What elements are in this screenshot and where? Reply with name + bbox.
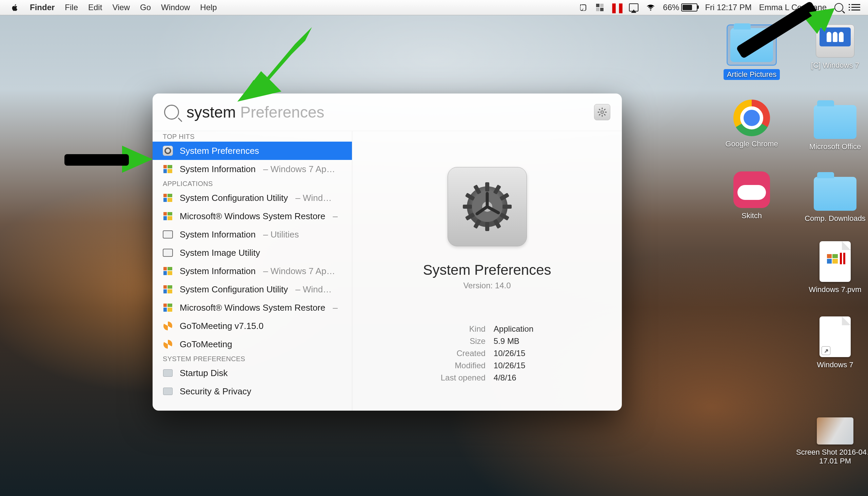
result-label: System Preferences bbox=[180, 146, 259, 156]
result-label: Microsoft® Windows System Restore bbox=[180, 303, 325, 313]
svg-rect-15 bbox=[485, 222, 489, 231]
preview-meta-value: 5.9 MB bbox=[494, 337, 533, 346]
preview-app-version: Version: 14.0 bbox=[463, 281, 511, 290]
result-label: System Configuration Utility bbox=[180, 284, 288, 295]
active-app-name[interactable]: Finder bbox=[30, 3, 55, 12]
svg-rect-14 bbox=[485, 182, 489, 191]
spotlight-result-row[interactable]: System Information – Windows 7 Ap… bbox=[153, 262, 352, 280]
spotlight-result-row[interactable]: System Image Utility bbox=[153, 244, 352, 262]
svg-rect-6 bbox=[605, 112, 607, 112]
desktop-app-chrome[interactable]: Google Chrome bbox=[716, 99, 787, 149]
desktop-app-skitch[interactable]: Skitch bbox=[716, 171, 787, 220]
preview-meta-key: Created bbox=[441, 348, 485, 358]
menu-window[interactable]: Window bbox=[161, 3, 190, 12]
spotlight-section-header: SYSTEM PREFERENCES bbox=[153, 353, 352, 364]
preview-app-title: System Preferences bbox=[423, 262, 551, 278]
svg-rect-3 bbox=[602, 108, 602, 109]
spotlight-result-row[interactable]: Security & Privacy bbox=[153, 382, 352, 401]
result-source: – Wind… bbox=[295, 193, 332, 203]
result-label: GoToMeeting v7.15.0 bbox=[180, 321, 264, 331]
desktop-folder-comp-downloads[interactable]: Comp. Downloads bbox=[799, 177, 868, 223]
desktop-file-windows7-pvm[interactable]: Windows 7.pvm bbox=[799, 241, 868, 294]
spotlight-result-row[interactable]: Microsoft® Windows System Restore – bbox=[153, 207, 352, 225]
svg-point-0 bbox=[650, 9, 651, 11]
parallels-pause-icon[interactable]: ❚❚ bbox=[612, 3, 622, 12]
svg-rect-10 bbox=[604, 114, 605, 115]
desktop-icon-label: Microsoft Office bbox=[809, 142, 861, 151]
svg-point-2 bbox=[601, 111, 603, 113]
result-source: – Windows 7 Ap… bbox=[263, 164, 335, 174]
result-source: – Wind… bbox=[295, 284, 332, 295]
result-label: System Information bbox=[180, 164, 256, 174]
search-icon bbox=[164, 105, 179, 120]
airplay-icon[interactable] bbox=[629, 3, 639, 12]
desktop-icon-label: Windows 7 bbox=[817, 360, 853, 369]
annotation-arrow-to-search bbox=[227, 20, 315, 110]
spotlight-result-row[interactable]: GoToMeeting v7.15.0 bbox=[153, 317, 352, 335]
svg-rect-9 bbox=[599, 109, 600, 110]
svg-rect-16 bbox=[463, 205, 472, 209]
result-source: – Utilities bbox=[263, 229, 299, 240]
spotlight-section-header: APPLICATIONS bbox=[153, 178, 352, 189]
svg-rect-34 bbox=[64, 154, 129, 166]
desktop-shortcut-windows7[interactable]: ↗ Windows 7 bbox=[799, 316, 868, 369]
battery-icon bbox=[681, 3, 698, 12]
spotlight-result-thumb-icon bbox=[594, 104, 610, 120]
spotlight-result-row[interactable]: Startup Disk bbox=[153, 364, 352, 382]
desktop-file-screenshot[interactable]: Screen Shot 2016-04…17.01 PM bbox=[793, 417, 868, 465]
preview-meta-key: Last opened bbox=[441, 373, 485, 383]
desktop-icon-label: Screen Shot 2016-04…17.01 PM bbox=[793, 448, 868, 465]
preview-meta-value: 4/8/16 bbox=[494, 373, 533, 383]
preview-meta-value: Application bbox=[494, 324, 533, 334]
annotation-arrow-to-spotlight-icon bbox=[729, 7, 844, 83]
preview-meta-value: 10/26/15 bbox=[494, 361, 533, 370]
result-label: System Configuration Utility bbox=[180, 193, 288, 203]
menubar-extra-grid-icon[interactable] bbox=[595, 3, 604, 12]
battery-status[interactable]: 66% bbox=[663, 3, 698, 12]
menu-help[interactable]: Help bbox=[200, 3, 217, 12]
spotlight-result-row[interactable]: GoToMeeting bbox=[153, 335, 352, 353]
spotlight-result-row[interactable]: System Configuration Utility – Wind… bbox=[153, 280, 352, 298]
result-label: System Information bbox=[180, 266, 256, 277]
preview-metadata: KindApplicationSize5.9 MBCreated10/26/15… bbox=[441, 324, 534, 383]
desktop-folder-ms-office[interactable]: Microsoft Office bbox=[799, 105, 868, 151]
spotlight-result-row[interactable]: System Information – Windows 7 Ap… bbox=[153, 160, 352, 178]
spotlight-section-header: TOP HITS bbox=[153, 131, 352, 142]
result-label: Startup Disk bbox=[180, 368, 228, 378]
spotlight-preview-pane: System Preferences Version: 14.0 KindApp… bbox=[352, 131, 622, 410]
svg-rect-4 bbox=[602, 115, 602, 117]
svg-rect-7 bbox=[604, 109, 605, 110]
result-source: – Windows 7 Ap… bbox=[263, 266, 335, 277]
spotlight-search-row: system Preferences bbox=[153, 93, 622, 131]
menu-go[interactable]: Go bbox=[140, 3, 151, 12]
desktop-icon-label: Google Chrome bbox=[725, 140, 778, 149]
svg-rect-36 bbox=[736, 1, 818, 59]
result-label: Microsoft® Windows System Restore bbox=[180, 211, 325, 221]
spotlight-results-list: TOP HITSSystem PreferencesSystem Informa… bbox=[153, 131, 352, 410]
spotlight-result-row[interactable]: System Configuration Utility – Wind… bbox=[153, 189, 352, 207]
result-label: System Information bbox=[180, 229, 256, 240]
spotlight-result-row[interactable]: Microsoft® Windows System Restore – bbox=[153, 298, 352, 317]
wifi-icon[interactable] bbox=[646, 3, 655, 12]
menu-view[interactable]: View bbox=[112, 3, 130, 12]
result-label: System Image Utility bbox=[180, 248, 260, 258]
desktop-icon-label: Comp. Downloads bbox=[805, 214, 866, 223]
preview-meta-key: Modified bbox=[441, 361, 485, 370]
evernote-menubar-icon[interactable] bbox=[578, 3, 588, 12]
notification-center-icon[interactable] bbox=[851, 3, 860, 12]
desktop-icon-label: Windows 7.pvm bbox=[809, 285, 861, 294]
menu-edit[interactable]: Edit bbox=[88, 3, 102, 12]
apple-menu-icon[interactable] bbox=[10, 3, 20, 12]
svg-rect-8 bbox=[599, 114, 600, 115]
svg-rect-17 bbox=[503, 205, 512, 209]
spotlight-panel: system Preferences TOP HITSSystem Prefer… bbox=[153, 93, 622, 410]
spotlight-result-row[interactable]: System Information – Utilities bbox=[153, 225, 352, 244]
result-label: GoToMeeting bbox=[180, 339, 232, 350]
spotlight-result-row[interactable]: System Preferences bbox=[153, 142, 352, 160]
svg-marker-32 bbox=[237, 71, 281, 102]
result-label: Security & Privacy bbox=[180, 386, 251, 397]
menu-file[interactable]: File bbox=[65, 3, 78, 12]
preview-meta-value: 10/26/15 bbox=[494, 348, 533, 358]
annotation-arrow-to-top-hit bbox=[54, 136, 163, 195]
desktop-icon-label: Skitch bbox=[742, 212, 762, 220]
